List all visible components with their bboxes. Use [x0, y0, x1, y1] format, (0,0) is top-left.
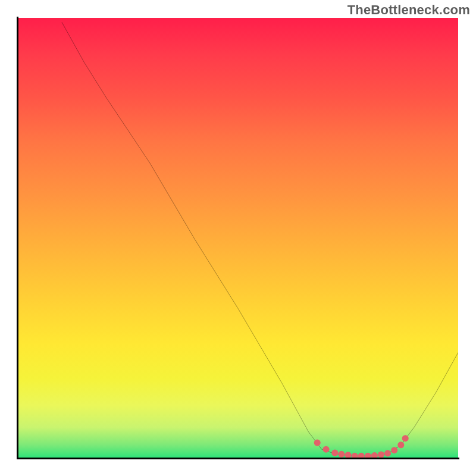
optimal-marker [314, 440, 321, 446]
optimal-marker [338, 451, 345, 458]
optimal-marker [391, 447, 397, 453]
optimal-marker [322, 446, 329, 453]
optimal-marker [397, 441, 404, 448]
x-axis [17, 458, 459, 459]
chart-frame: TheBottleneck.com [0, 0, 476, 476]
watermark-text: TheBottleneck.com [347, 2, 470, 18]
optimal-marker [378, 452, 384, 458]
marker-layer [18, 18, 458, 458]
y-axis [17, 17, 18, 459]
optimal-marker-group [314, 435, 409, 458]
optimal-marker [402, 435, 409, 441]
optimal-marker [331, 450, 338, 456]
optimal-marker [384, 450, 391, 456]
